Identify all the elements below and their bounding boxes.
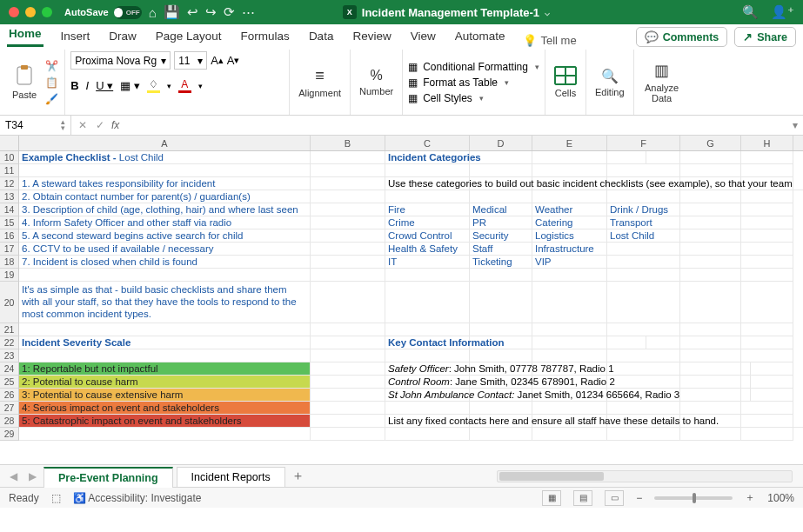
- zoom-level[interactable]: 100%: [767, 492, 794, 504]
- decrease-font-icon[interactable]: A▾: [227, 54, 240, 67]
- formula-input[interactable]: [124, 116, 787, 135]
- cell-styles[interactable]: ▦Cell Styles▾: [408, 91, 539, 105]
- cell[interactable]: [470, 428, 532, 441]
- row-15[interactable]: 15: [0, 216, 19, 229]
- cell[interactable]: [311, 151, 385, 164]
- cell[interactable]: [385, 282, 470, 323]
- cell[interactable]: Ticketing: [470, 256, 532, 269]
- fill-color-button[interactable]: ♢: [147, 78, 160, 93]
- cell[interactable]: Logistics: [532, 229, 607, 243]
- cell[interactable]: Catering: [532, 216, 607, 229]
- cell[interactable]: [311, 349, 385, 362]
- more-icon[interactable]: ⋯: [242, 4, 255, 20]
- col-G[interactable]: G: [680, 136, 741, 150]
- cell[interactable]: [741, 229, 793, 243]
- cell[interactable]: [385, 269, 470, 282]
- cell[interactable]: [607, 190, 680, 203]
- macro-record-icon[interactable]: ⬚: [51, 492, 61, 504]
- cell[interactable]: [680, 203, 741, 216]
- row-24[interactable]: 24: [0, 362, 19, 376]
- cell[interactable]: Control Room: Jane Smith, 02345 678901, …: [385, 376, 751, 389]
- cell[interactable]: [532, 282, 607, 323]
- cell[interactable]: [607, 269, 680, 282]
- cell[interactable]: [311, 402, 385, 415]
- underline-button[interactable]: U ▾: [96, 79, 113, 92]
- tab-view[interactable]: View: [409, 25, 438, 47]
- cell[interactable]: [680, 282, 741, 323]
- cell[interactable]: 4: Serious impact on event and stakehold…: [19, 402, 311, 415]
- zoom-out[interactable]: −: [636, 492, 642, 504]
- cell[interactable]: [741, 164, 793, 177]
- cell[interactable]: [741, 349, 793, 362]
- cell[interactable]: [607, 349, 680, 362]
- tab-review[interactable]: Review: [351, 25, 392, 47]
- cell[interactable]: Example Checklist - Lost Child: [19, 151, 311, 164]
- comments-button[interactable]: 💬Comments: [636, 27, 728, 47]
- row-29[interactable]: 29: [0, 428, 19, 441]
- cell[interactable]: [311, 216, 385, 229]
- alignment-group[interactable]: ≡Alignment: [295, 65, 345, 100]
- accessibility-status[interactable]: ♿ Accessibility: Investigate: [73, 492, 202, 504]
- cell[interactable]: [311, 243, 385, 256]
- account-icon[interactable]: 👤⁺: [771, 4, 794, 20]
- cut-icon[interactable]: ✂️: [43, 59, 59, 73]
- cell[interactable]: [532, 349, 607, 362]
- cell[interactable]: [385, 349, 470, 362]
- minimize-window[interactable]: [25, 7, 36, 17]
- cell[interactable]: 2: Potential to cause harm: [19, 376, 311, 389]
- cell[interactable]: [741, 282, 793, 323]
- cell[interactable]: [680, 428, 741, 441]
- select-all-corner[interactable]: [0, 136, 19, 151]
- row-20[interactable]: 20: [0, 282, 19, 323]
- cell[interactable]: 4. Inform Safety Officer and other staff…: [19, 216, 311, 229]
- document-title[interactable]: X Incident Management Template-1 ⌵: [343, 5, 550, 19]
- tab-automate[interactable]: Automate: [453, 25, 507, 47]
- cell[interactable]: [470, 402, 532, 415]
- cell[interactable]: Lost Child: [607, 229, 680, 243]
- copy-icon[interactable]: 📋: [43, 76, 59, 90]
- share-button[interactable]: ↗Share: [734, 27, 796, 47]
- cell[interactable]: 5. A second steward begins active search…: [19, 229, 311, 243]
- cell[interactable]: [607, 282, 680, 323]
- cell[interactable]: [19, 349, 311, 362]
- row-26[interactable]: 26: [0, 389, 19, 402]
- cell[interactable]: [311, 269, 385, 282]
- col-B[interactable]: B: [311, 136, 385, 150]
- editing-group[interactable]: 🔍Editing: [592, 66, 628, 99]
- cell[interactable]: [741, 216, 793, 229]
- cell[interactable]: [470, 269, 532, 282]
- increase-font-icon[interactable]: A▴: [211, 54, 224, 67]
- cell[interactable]: Security: [470, 229, 532, 243]
- cell[interactable]: [311, 323, 385, 336]
- cell[interactable]: St John Ambulance Contact: Janet Smith, …: [385, 389, 751, 402]
- row-19[interactable]: 19: [0, 269, 19, 282]
- cell[interactable]: [532, 269, 607, 282]
- cell[interactable]: [385, 402, 470, 415]
- tab-insert[interactable]: Insert: [59, 25, 92, 47]
- cell[interactable]: Medical: [470, 203, 532, 216]
- cells-group[interactable]: Cells: [551, 64, 580, 100]
- cell[interactable]: Transport: [607, 216, 680, 229]
- cell[interactable]: [532, 323, 607, 336]
- cell[interactable]: [311, 428, 385, 441]
- cell[interactable]: [385, 190, 470, 203]
- cell[interactable]: [311, 256, 385, 269]
- cell[interactable]: [741, 190, 793, 203]
- cell[interactable]: VIP: [532, 256, 607, 269]
- cell[interactable]: [470, 349, 532, 362]
- cell[interactable]: [532, 190, 607, 203]
- italic-button[interactable]: I: [86, 79, 90, 92]
- cell[interactable]: 5: Catastrophic impact on event and stak…: [19, 415, 311, 428]
- spreadsheet-grid[interactable]: ABCDEFGH 1011121314151617181920212223242…: [0, 136, 803, 464]
- add-sheet-button[interactable]: ＋: [289, 467, 308, 486]
- cell[interactable]: [741, 269, 793, 282]
- cell[interactable]: [741, 256, 793, 269]
- row-23[interactable]: 23: [0, 349, 19, 362]
- page-layout-view[interactable]: ▤: [573, 490, 592, 506]
- cell[interactable]: [19, 428, 311, 441]
- fx-icon[interactable]: fx: [111, 119, 124, 131]
- search-icon[interactable]: 🔍: [742, 4, 759, 20]
- row-17[interactable]: 17: [0, 243, 19, 256]
- row-16[interactable]: 16: [0, 229, 19, 243]
- cell[interactable]: It's as simple as that - build basic che…: [19, 282, 311, 323]
